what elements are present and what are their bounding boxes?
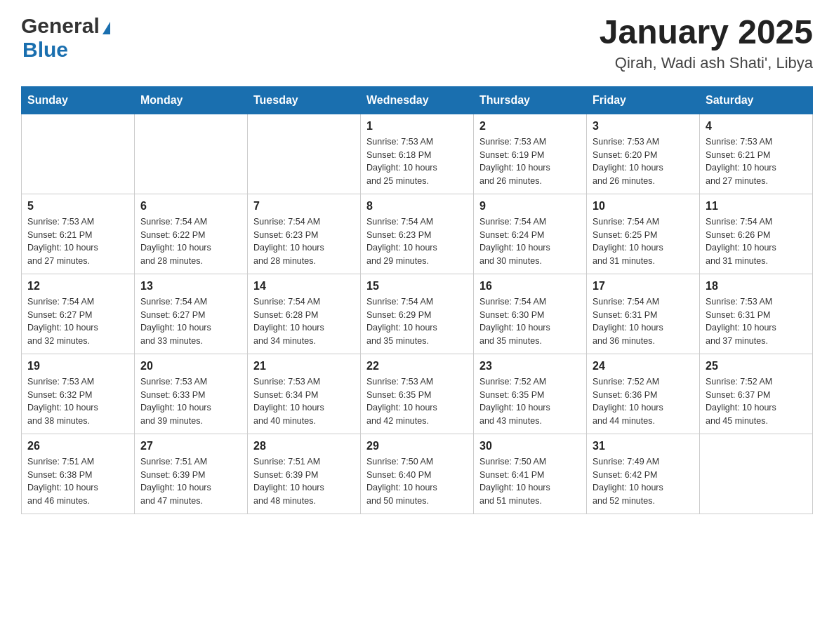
calendar-cell: 31Sunrise: 7:49 AM Sunset: 6:42 PM Dayli…: [587, 434, 700, 514]
calendar-cell: 24Sunrise: 7:52 AM Sunset: 6:36 PM Dayli…: [587, 354, 700, 434]
day-info: Sunrise: 7:53 AM Sunset: 6:20 PM Dayligh…: [593, 135, 694, 188]
day-info: Sunrise: 7:54 AM Sunset: 6:31 PM Dayligh…: [593, 295, 694, 348]
day-info: Sunrise: 7:53 AM Sunset: 6:34 PM Dayligh…: [253, 375, 355, 428]
calendar-cell: 14Sunrise: 7:54 AM Sunset: 6:28 PM Dayli…: [248, 274, 361, 354]
day-of-week-header: Friday: [587, 86, 700, 114]
calendar-cell: 16Sunrise: 7:54 AM Sunset: 6:30 PM Dayli…: [474, 274, 587, 354]
day-info: Sunrise: 7:53 AM Sunset: 6:31 PM Dayligh…: [706, 295, 807, 348]
calendar-cell: 4Sunrise: 7:53 AM Sunset: 6:21 PM Daylig…: [700, 114, 813, 194]
day-info: Sunrise: 7:53 AM Sunset: 6:35 PM Dayligh…: [366, 375, 468, 428]
day-number: 23: [479, 360, 581, 373]
day-number: 1: [366, 120, 468, 133]
calendar-cell: 11Sunrise: 7:54 AM Sunset: 6:26 PM Dayli…: [700, 194, 813, 274]
calendar-cell: 27Sunrise: 7:51 AM Sunset: 6:39 PM Dayli…: [135, 434, 248, 514]
day-number: 9: [479, 200, 581, 213]
calendar-table: SundayMondayTuesdayWednesdayThursdayFrid…: [21, 86, 813, 514]
day-number: 22: [366, 360, 468, 373]
calendar-cell: 2Sunrise: 7:53 AM Sunset: 6:19 PM Daylig…: [474, 114, 587, 194]
day-number: 15: [366, 280, 468, 293]
calendar-cell: 17Sunrise: 7:54 AM Sunset: 6:31 PM Dayli…: [587, 274, 700, 354]
day-number: 14: [253, 280, 355, 293]
day-number: 30: [479, 440, 581, 452]
calendar-week-row: 5Sunrise: 7:53 AM Sunset: 6:21 PM Daylig…: [22, 194, 813, 274]
day-info: Sunrise: 7:54 AM Sunset: 6:30 PM Dayligh…: [479, 295, 581, 348]
calendar-cell: 3Sunrise: 7:53 AM Sunset: 6:20 PM Daylig…: [587, 114, 700, 194]
day-number: 16: [479, 280, 581, 293]
day-info: Sunrise: 7:54 AM Sunset: 6:28 PM Dayligh…: [253, 295, 355, 348]
day-number: 10: [593, 200, 694, 213]
calendar-cell: 1Sunrise: 7:53 AM Sunset: 6:18 PM Daylig…: [361, 114, 474, 194]
calendar-week-row: 19Sunrise: 7:53 AM Sunset: 6:32 PM Dayli…: [22, 354, 813, 434]
day-info: Sunrise: 7:52 AM Sunset: 6:35 PM Dayligh…: [479, 375, 581, 428]
calendar-cell: 20Sunrise: 7:53 AM Sunset: 6:33 PM Dayli…: [135, 354, 248, 434]
calendar-cell: [248, 114, 361, 194]
day-number: 24: [593, 360, 694, 373]
day-info: Sunrise: 7:54 AM Sunset: 6:29 PM Dayligh…: [366, 295, 468, 348]
day-of-week-header: Wednesday: [361, 86, 474, 114]
day-number: 6: [140, 200, 241, 213]
page-subtitle: Qirah, Wadi ash Shati', Libya: [600, 54, 813, 72]
calendar-header: SundayMondayTuesdayWednesdayThursdayFrid…: [22, 86, 813, 114]
day-of-week-header: Tuesday: [248, 86, 361, 114]
day-of-week-header: Sunday: [22, 86, 135, 114]
day-of-week-header: Thursday: [474, 86, 587, 114]
day-number: 29: [366, 440, 468, 452]
calendar-week-row: 26Sunrise: 7:51 AM Sunset: 6:38 PM Dayli…: [22, 434, 813, 514]
day-number: 5: [27, 200, 128, 213]
calendar-cell: 5Sunrise: 7:53 AM Sunset: 6:21 PM Daylig…: [22, 194, 135, 274]
day-info: Sunrise: 7:54 AM Sunset: 6:25 PM Dayligh…: [593, 215, 694, 268]
calendar-cell: 10Sunrise: 7:54 AM Sunset: 6:25 PM Dayli…: [587, 194, 700, 274]
calendar-cell: 9Sunrise: 7:54 AM Sunset: 6:24 PM Daylig…: [474, 194, 587, 274]
calendar-cell: 21Sunrise: 7:53 AM Sunset: 6:34 PM Dayli…: [248, 354, 361, 434]
day-number: 8: [366, 200, 468, 213]
calendar-cell: 15Sunrise: 7:54 AM Sunset: 6:29 PM Dayli…: [361, 274, 474, 354]
day-number: 21: [253, 360, 355, 373]
calendar-cell: [22, 114, 135, 194]
day-number: 26: [27, 440, 128, 452]
page-header: General Blue January 2025 Qirah, Wadi as…: [21, 14, 813, 72]
day-info: Sunrise: 7:54 AM Sunset: 6:23 PM Dayligh…: [253, 215, 355, 268]
day-info: Sunrise: 7:54 AM Sunset: 6:24 PM Dayligh…: [479, 215, 581, 268]
day-number: 2: [479, 120, 581, 133]
day-number: 4: [706, 120, 807, 133]
day-number: 17: [593, 280, 694, 293]
page-title: January 2025: [600, 14, 813, 51]
calendar-cell: 29Sunrise: 7:50 AM Sunset: 6:40 PM Dayli…: [361, 434, 474, 514]
day-number: 7: [253, 200, 355, 213]
day-info: Sunrise: 7:52 AM Sunset: 6:36 PM Dayligh…: [593, 375, 694, 428]
day-info: Sunrise: 7:51 AM Sunset: 6:38 PM Dayligh…: [27, 455, 128, 508]
calendar-cell: 28Sunrise: 7:51 AM Sunset: 6:39 PM Dayli…: [248, 434, 361, 514]
logo-blue-text: Blue: [22, 38, 68, 62]
calendar-cell: 23Sunrise: 7:52 AM Sunset: 6:35 PM Dayli…: [474, 354, 587, 434]
calendar-cell: 19Sunrise: 7:53 AM Sunset: 6:32 PM Dayli…: [22, 354, 135, 434]
calendar-cell: 8Sunrise: 7:54 AM Sunset: 6:23 PM Daylig…: [361, 194, 474, 274]
day-info: Sunrise: 7:50 AM Sunset: 6:40 PM Dayligh…: [366, 455, 468, 508]
day-info: Sunrise: 7:53 AM Sunset: 6:33 PM Dayligh…: [140, 375, 241, 428]
day-info: Sunrise: 7:54 AM Sunset: 6:23 PM Dayligh…: [366, 215, 468, 268]
calendar-week-row: 1Sunrise: 7:53 AM Sunset: 6:18 PM Daylig…: [22, 114, 813, 194]
title-block: January 2025 Qirah, Wadi ash Shati', Lib…: [600, 14, 813, 72]
day-info: Sunrise: 7:50 AM Sunset: 6:41 PM Dayligh…: [479, 455, 581, 508]
day-number: 3: [593, 120, 694, 133]
calendar-cell: 6Sunrise: 7:54 AM Sunset: 6:22 PM Daylig…: [135, 194, 248, 274]
day-number: 18: [706, 280, 807, 293]
logo-general-text: General: [21, 14, 100, 38]
calendar-cell: 30Sunrise: 7:50 AM Sunset: 6:41 PM Dayli…: [474, 434, 587, 514]
calendar-cell: 22Sunrise: 7:53 AM Sunset: 6:35 PM Dayli…: [361, 354, 474, 434]
calendar-cell: 12Sunrise: 7:54 AM Sunset: 6:27 PM Dayli…: [22, 274, 135, 354]
calendar-cell: 18Sunrise: 7:53 AM Sunset: 6:31 PM Dayli…: [700, 274, 813, 354]
day-info: Sunrise: 7:53 AM Sunset: 6:19 PM Dayligh…: [479, 135, 581, 188]
calendar-week-row: 12Sunrise: 7:54 AM Sunset: 6:27 PM Dayli…: [22, 274, 813, 354]
day-info: Sunrise: 7:54 AM Sunset: 6:27 PM Dayligh…: [140, 295, 241, 348]
day-number: 27: [140, 440, 241, 452]
day-info: Sunrise: 7:51 AM Sunset: 6:39 PM Dayligh…: [253, 455, 355, 508]
calendar-cell: [700, 434, 813, 514]
day-number: 25: [706, 360, 807, 373]
calendar-cell: 13Sunrise: 7:54 AM Sunset: 6:27 PM Dayli…: [135, 274, 248, 354]
day-info: Sunrise: 7:54 AM Sunset: 6:27 PM Dayligh…: [27, 295, 128, 348]
day-number: 31: [593, 440, 694, 452]
day-of-week-header: Monday: [135, 86, 248, 114]
day-info: Sunrise: 7:52 AM Sunset: 6:37 PM Dayligh…: [706, 375, 807, 428]
day-number: 11: [706, 200, 807, 213]
logo: General Blue: [21, 14, 110, 62]
